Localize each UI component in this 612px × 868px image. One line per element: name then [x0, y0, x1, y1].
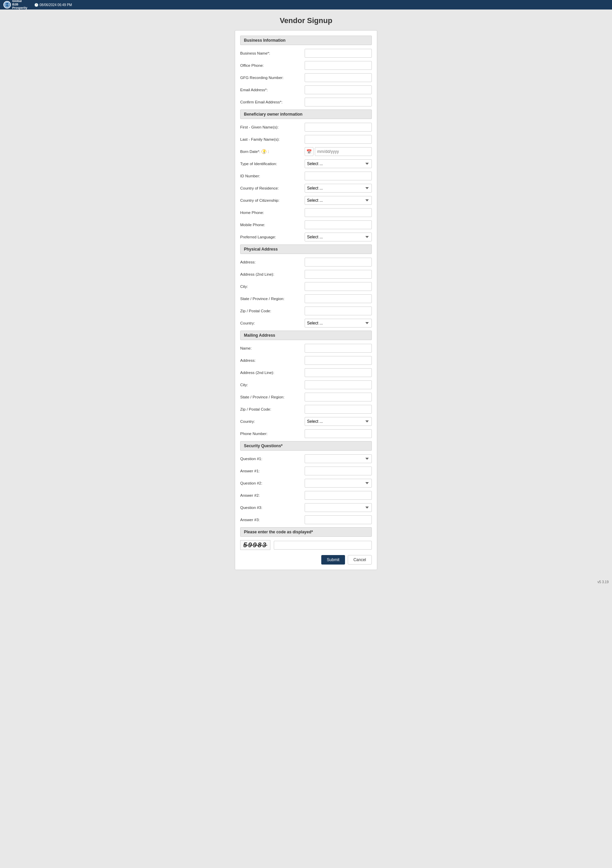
- home-phone-label: Home Phone:: [240, 211, 304, 215]
- mail-city-label: City:: [240, 383, 304, 387]
- mail-zip-label: Zip / Postal Code:: [240, 407, 304, 411]
- phys-city-row: City:: [240, 282, 372, 291]
- question3-select[interactable]: [304, 503, 372, 512]
- office-phone-label: Office Phone:: [240, 64, 304, 67]
- cancel-button[interactable]: Cancel: [348, 555, 372, 564]
- phys-zip-row: Zip / Postal Code:: [240, 306, 372, 316]
- home-phone-input[interactable]: [304, 208, 372, 217]
- phys-zip-input[interactable]: [304, 307, 372, 315]
- mail-country-row: Country: Select ...: [240, 417, 372, 426]
- mail-phone-row: Phone Number:: [240, 429, 372, 439]
- type-id-row: Type of Identification: Select ...: [240, 159, 372, 169]
- mail-country-label: Country:: [240, 419, 304, 423]
- gfg-row: GFG Recording Number:: [240, 73, 372, 82]
- born-date-row: Born Date*: 💡 : 📅: [240, 147, 372, 156]
- date-row: 📅: [304, 147, 372, 156]
- answer3-input[interactable]: [304, 515, 372, 524]
- country-residence-select[interactable]: Select ...: [304, 184, 372, 192]
- clock-icon: 🕐: [34, 3, 38, 7]
- mail-name-label: Name:: [240, 346, 304, 350]
- physical-section-header: Physical Address: [240, 245, 372, 254]
- answer3-row: Answer #3:: [240, 515, 372, 524]
- phys-address-row: Address:: [240, 257, 372, 267]
- country-citizenship-select[interactable]: Select ...: [304, 196, 372, 205]
- phys-state-input[interactable]: [304, 294, 372, 303]
- mail-address2-row: Address (2nd Line):: [240, 368, 372, 377]
- question1-label: Question #1:: [240, 457, 304, 461]
- country-residence-label: Country of Residence:: [240, 186, 304, 190]
- born-date-input[interactable]: [315, 147, 372, 156]
- country-residence-row: Country of Residence: Select ...: [240, 183, 372, 193]
- mail-name-input[interactable]: [304, 344, 372, 353]
- office-phone-row: Office Phone:: [240, 61, 372, 70]
- mail-phone-input[interactable]: [304, 429, 372, 438]
- email-label: Email Address*:: [240, 88, 304, 92]
- business-name-input[interactable]: [304, 49, 372, 57]
- question1-select[interactable]: [304, 454, 372, 463]
- phys-address-input[interactable]: [304, 258, 372, 267]
- mail-state-row: State / Province / Region:: [240, 392, 372, 402]
- id-number-input[interactable]: [304, 172, 372, 180]
- answer2-label: Answer #2:: [240, 493, 304, 498]
- mobile-phone-input[interactable]: [304, 220, 372, 229]
- born-date-label: Born Date*: 💡 :: [240, 149, 304, 154]
- logo: Global B2B Prosperity: [3, 0, 28, 10]
- first-name-row: First - Given Name(s):: [240, 122, 372, 132]
- mail-address-input[interactable]: [304, 356, 372, 365]
- email-input[interactable]: [304, 85, 372, 94]
- answer3-label: Answer #3:: [240, 518, 304, 522]
- question1-row: Question #1:: [240, 454, 372, 463]
- question3-row: Question #3:: [240, 503, 372, 512]
- preferred-language-select[interactable]: Select ...: [304, 232, 372, 242]
- answer1-row: Answer #1:: [240, 466, 372, 476]
- office-phone-input[interactable]: [304, 61, 372, 70]
- mail-country-select[interactable]: Select ...: [304, 417, 372, 426]
- first-name-label: First - Given Name(s):: [240, 125, 304, 129]
- mail-state-input[interactable]: [304, 393, 372, 401]
- submit-button[interactable]: Submit: [321, 555, 345, 564]
- mail-state-label: State / Province / Region:: [240, 395, 304, 399]
- preferred-language-row: Preferred Language: Select ...: [240, 232, 372, 242]
- mail-name-row: Name:: [240, 344, 372, 353]
- question3-label: Question #3:: [240, 505, 304, 510]
- first-name-input[interactable]: [304, 123, 372, 132]
- mail-phone-label: Phone Number:: [240, 432, 304, 436]
- preferred-language-label: Preferred Language:: [240, 235, 304, 239]
- last-name-input[interactable]: [304, 135, 372, 144]
- country-citizenship-row: Country of Citizenship: Select ...: [240, 195, 372, 205]
- question2-select[interactable]: [304, 479, 372, 488]
- confirm-email-input[interactable]: [304, 98, 372, 107]
- business-name-row: Business Name*:: [240, 48, 372, 58]
- question2-row: Question #2:: [240, 478, 372, 488]
- last-name-row: Last - Family Name(s):: [240, 135, 372, 144]
- confirm-email-label: Confirm Email Address*:: [240, 100, 304, 104]
- gfg-input[interactable]: [304, 73, 372, 82]
- phys-city-input[interactable]: [304, 282, 372, 291]
- phys-address2-label: Address (2nd Line):: [240, 272, 304, 276]
- mail-address-row: Address:: [240, 356, 372, 365]
- answer1-label: Answer #1:: [240, 469, 304, 473]
- confirm-email-row: Confirm Email Address*:: [240, 97, 372, 107]
- phys-zip-label: Zip / Postal Code:: [240, 309, 304, 313]
- type-id-select[interactable]: Select ...: [304, 160, 372, 168]
- answer1-input[interactable]: [304, 467, 372, 475]
- mail-city-row: City:: [240, 380, 372, 390]
- logo-text: Global B2B Prosperity: [12, 0, 28, 10]
- phys-country-select[interactable]: Select ...: [304, 319, 372, 327]
- phys-address2-input[interactable]: [304, 270, 372, 279]
- mail-zip-input[interactable]: [304, 405, 372, 414]
- phys-city-label: City:: [240, 284, 304, 288]
- phys-state-row: State / Province / Region:: [240, 294, 372, 304]
- born-date-tooltip-icon[interactable]: 💡: [262, 149, 266, 154]
- mail-city-input[interactable]: [304, 380, 372, 389]
- phys-address-label: Address:: [240, 260, 304, 264]
- mail-zip-row: Zip / Postal Code:: [240, 405, 372, 414]
- captcha-input[interactable]: [274, 541, 372, 550]
- calendar-button[interactable]: 📅: [304, 147, 314, 156]
- button-row: Submit Cancel: [240, 555, 372, 564]
- mail-address2-input[interactable]: [304, 368, 372, 377]
- business-name-label: Business Name*:: [240, 51, 304, 55]
- phys-state-label: State / Province / Region:: [240, 297, 304, 301]
- answer2-input[interactable]: [304, 491, 372, 500]
- last-name-label: Last - Family Name(s):: [240, 137, 304, 141]
